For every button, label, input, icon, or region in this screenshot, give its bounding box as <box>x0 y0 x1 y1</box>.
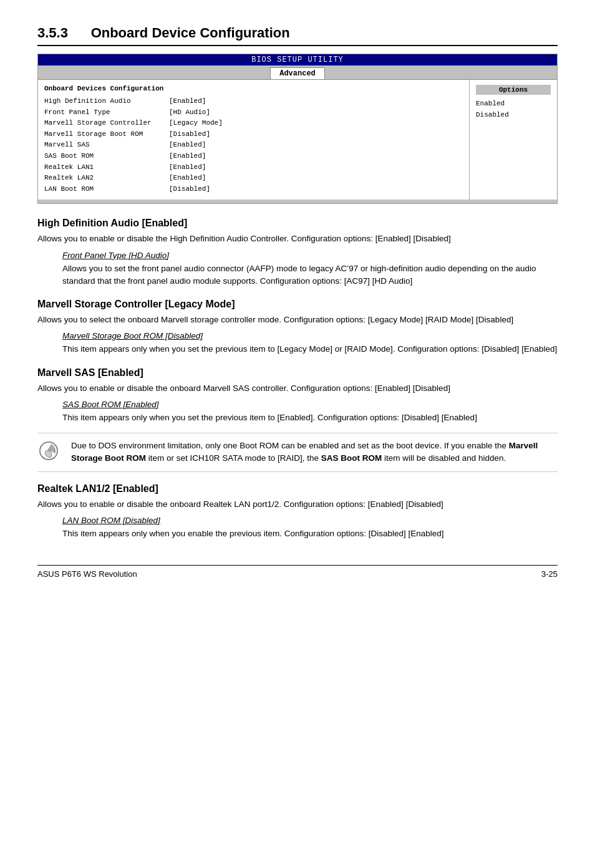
bios-footer <box>38 200 557 203</box>
section-title-marvell-storage: Marvell Storage Controller [Legacy Mode] <box>37 299 558 310</box>
bios-row: SAS Boot ROM[Enabled] <box>44 151 463 162</box>
bios-row-value: [Disabled] <box>169 129 210 140</box>
section-marvell-sas: Marvell SAS [Enabled]Allows you to enabl… <box>37 367 558 472</box>
bios-row: Marvell Storage Controller[Legacy Mode] <box>44 118 463 129</box>
section-title-realtek-lan: Realtek LAN1/2 [Enabled] <box>37 483 558 494</box>
bios-options-header: Options <box>476 85 551 95</box>
note-text: Due to DOS environment limitation, only … <box>71 440 558 465</box>
sub-item-title-hd-audio: Front Panel Type [HD Audio] <box>62 251 558 260</box>
bios-row: Realtek LAN2[Enabled] <box>44 173 463 184</box>
section-body-hd-audio: Allows you to enable or disable the High… <box>37 233 558 245</box>
sub-item-body-realtek-lan: This item appears only when you enable t… <box>62 528 558 540</box>
bios-main-panel: Onboard Devices Configuration High Defin… <box>38 80 470 200</box>
bios-row-label: Front Panel Type <box>44 107 169 118</box>
bios-row-label: SAS Boot ROM <box>44 151 169 162</box>
bios-top-bar: BIOS SETUP UTILITY <box>38 54 557 65</box>
bios-row: Marvell Storage Boot ROM[Disabled] <box>44 129 463 140</box>
bios-rows: High Definition Audio[Enabled] Front Pan… <box>44 96 463 195</box>
footer-right: 3-25 <box>541 569 558 579</box>
section-body-realtek-lan: Allows you to enable or disable the onbo… <box>37 498 558 511</box>
bios-row-value: [Enabled] <box>169 173 206 184</box>
bios-screen: BIOS SETUP UTILITY Advanced Onboard Devi… <box>37 54 558 204</box>
sub-item-realtek-lan: LAN Boot ROM [Disabled]This item appears… <box>62 516 558 540</box>
sub-item-title-marvell-storage: Marvell Storage Boot ROM [Disabled] <box>62 331 558 340</box>
bios-main-header: Onboard Devices Configuration <box>44 85 463 92</box>
bios-option-values: EnabledDisabled <box>476 99 551 120</box>
sub-item-title-realtek-lan: LAN Boot ROM [Disabled] <box>62 516 558 525</box>
section-title-marvell-sas: Marvell SAS [Enabled] <box>37 367 558 379</box>
sub-item-body-marvell-sas: This item appears only when you set the … <box>62 412 558 424</box>
bios-row-value: [Legacy Mode] <box>169 118 223 129</box>
bios-option-item: Disabled <box>476 110 551 121</box>
bios-tab-bar: Advanced <box>38 65 557 79</box>
section-hd-audio: High Definition Audio [Enabled]Allows yo… <box>37 218 558 287</box>
bios-row-label: Realtek LAN1 <box>44 162 169 173</box>
sub-item-marvell-storage: Marvell Storage Boot ROM [Disabled]This … <box>62 331 558 355</box>
bios-row: Realtek LAN1[Enabled] <box>44 162 463 173</box>
bios-sidebar: Options EnabledDisabled <box>470 80 557 200</box>
section-body-marvell-sas: Allows you to enable or disable the onbo… <box>37 382 558 395</box>
bios-content-area: Onboard Devices Configuration High Defin… <box>38 79 557 200</box>
bios-row: Marvell SAS[Enabled] <box>44 140 463 151</box>
section-marvell-storage: Marvell Storage Controller [Legacy Mode]… <box>37 299 558 356</box>
section-body-marvell-storage: Allows you to select the onboard Marvell… <box>37 314 558 326</box>
footer-left: ASUS P6T6 WS Revolution <box>37 569 137 579</box>
bios-row-value: [Disabled] <box>169 184 210 195</box>
note-icon <box>37 440 65 464</box>
section-title-hd-audio: High Definition Audio [Enabled] <box>37 218 558 229</box>
bios-row-label: Marvell SAS <box>44 140 169 151</box>
section-realtek-lan: Realtek LAN1/2 [Enabled]Allows you to en… <box>37 483 558 541</box>
section-heading: 3.5.3 Onboard Device Configuration <box>37 25 558 46</box>
bios-row-label: High Definition Audio <box>44 96 169 107</box>
bios-row-value: [Enabled] <box>169 162 206 173</box>
bios-row: High Definition Audio[Enabled] <box>44 96 463 107</box>
bios-row-value: [Enabled] <box>169 151 206 162</box>
bios-row-value: [HD Audio] <box>169 107 210 118</box>
content-sections: High Definition Audio [Enabled]Allows yo… <box>37 218 558 540</box>
section-title: Onboard Device Configuration <box>91 25 290 41</box>
bios-row-label: Marvell Storage Controller <box>44 118 169 129</box>
sub-item-hd-audio: Front Panel Type [HD Audio]Allows you to… <box>62 251 558 288</box>
sub-item-body-hd-audio: Allows you to set the front panel audio … <box>62 263 558 288</box>
bios-row: LAN Boot ROM[Disabled] <box>44 184 463 195</box>
bios-row-label: LAN Boot ROM <box>44 184 169 195</box>
bios-option-item: Enabled <box>476 99 551 110</box>
bios-row-value: [Enabled] <box>169 96 206 107</box>
bios-row-label: Marvell Storage Boot ROM <box>44 129 169 140</box>
bios-row-value: [Enabled] <box>169 140 206 151</box>
bios-row: Front Panel Type[HD Audio] <box>44 107 463 118</box>
bios-row-label: Realtek LAN2 <box>44 173 169 184</box>
bios-tab-advanced[interactable]: Advanced <box>270 67 325 79</box>
sub-item-body-marvell-storage: This item appears only when you set the … <box>62 343 558 355</box>
sub-item-marvell-sas: SAS Boot ROM [Enabled]This item appears … <box>62 400 558 424</box>
section-number: 3.5.3 <box>37 25 68 41</box>
page-footer: ASUS P6T6 WS Revolution 3-25 <box>37 565 558 579</box>
sub-item-title-marvell-sas: SAS Boot ROM [Enabled] <box>62 400 558 409</box>
note-box-marvell-sas: Due to DOS environment limitation, only … <box>37 433 558 472</box>
